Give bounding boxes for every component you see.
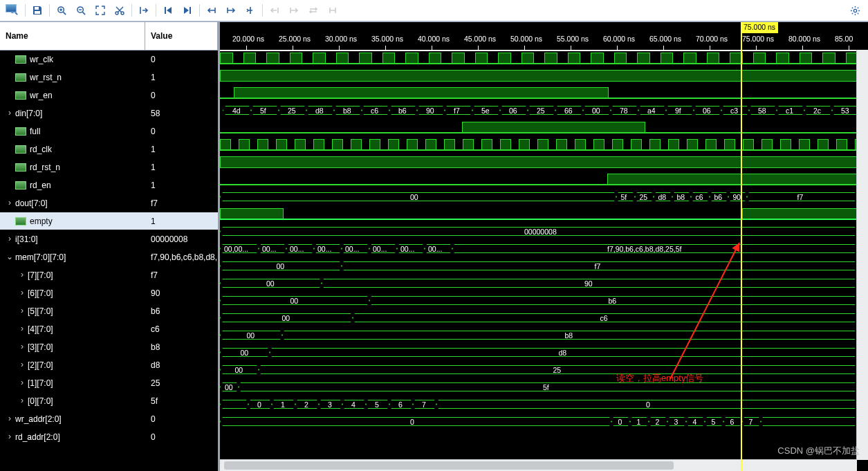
svg-point-15 bbox=[853, 9, 856, 12]
signal-value[interactable]: 5f bbox=[145, 392, 218, 410]
wave-row[interactable]: 012345670 bbox=[220, 396, 868, 413]
signal-value[interactable]: 58 bbox=[145, 104, 218, 122]
wave-row[interactable] bbox=[220, 154, 868, 171]
signal-value[interactable]: d8 bbox=[145, 356, 218, 374]
next-tran-icon[interactable] bbox=[285, 2, 303, 19]
signal-name-row[interactable]: full bbox=[0, 122, 145, 140]
wave-row[interactable]: 005f25d8b8c6b690f7 bbox=[220, 188, 868, 205]
signal-name: mem[7:0][7:0] bbox=[15, 252, 66, 262]
signal-name-row[interactable]: ›[6][7:0] bbox=[0, 284, 145, 302]
bus-value: 25 bbox=[537, 107, 545, 115]
signal-value[interactable]: 0 bbox=[145, 428, 218, 446]
next-edge-icon[interactable] bbox=[222, 2, 240, 19]
bus-value: 00... bbox=[317, 245, 331, 253]
signal-value[interactable]: 1 bbox=[145, 176, 218, 194]
signal-value[interactable]: f7 bbox=[145, 194, 218, 212]
signal-value[interactable]: 0 bbox=[145, 50, 218, 68]
wave-row[interactable]: 00,00...00...00...00...00...00...00...00… bbox=[220, 240, 868, 257]
signal-name-row[interactable]: ›dout[7:0] bbox=[0, 194, 145, 212]
cut-icon[interactable] bbox=[111, 2, 129, 19]
wave-row[interactable]: 00f7 bbox=[220, 257, 868, 275]
signal-name-row[interactable]: wr_en bbox=[0, 86, 145, 104]
waveform-viewer[interactable]: 20.000 ns25.000 ns30.000 ns35.000 ns40.0… bbox=[220, 22, 868, 471]
signal-name-row[interactable]: ›[2][7:0] bbox=[0, 356, 145, 374]
signal-name-row[interactable]: rd_rst_n bbox=[0, 158, 145, 176]
signal-name-row[interactable]: ›rd_addr[2:0] bbox=[0, 428, 145, 446]
signal-name-row[interactable]: ›[4][7:0] bbox=[0, 320, 145, 338]
signal-value[interactable]: 1 bbox=[145, 68, 218, 86]
go-first-icon[interactable] bbox=[159, 2, 177, 19]
marker-flag[interactable]: 75.000 ns bbox=[741, 22, 778, 33]
save-icon[interactable] bbox=[28, 2, 46, 19]
wave-row[interactable]: 00c6 bbox=[220, 309, 868, 326]
prev-tran-icon[interactable] bbox=[266, 2, 284, 19]
bus-value: 3 bbox=[674, 418, 678, 426]
signal-name-row[interactable]: ›[5][7:0] bbox=[0, 302, 145, 320]
add-marker-icon[interactable] bbox=[241, 2, 259, 19]
wave-row[interactable]: 00b8 bbox=[220, 326, 868, 344]
wave-row[interactable] bbox=[220, 84, 868, 102]
signal-value[interactable]: 1 bbox=[145, 140, 218, 158]
zoom-fit-icon[interactable] bbox=[91, 2, 109, 19]
tick-label: 60.000 ns bbox=[603, 35, 635, 43]
signal-value[interactable]: 0 bbox=[145, 122, 218, 140]
go-last-icon[interactable] bbox=[178, 2, 196, 19]
gear-icon[interactable] bbox=[846, 2, 864, 19]
signal-value[interactable]: 00000008 bbox=[145, 230, 218, 248]
wave-row[interactable] bbox=[220, 171, 868, 188]
signal-name-row[interactable]: ›din[7:0] bbox=[0, 104, 145, 122]
name-header[interactable]: Name bbox=[0, 22, 145, 50]
signal-name-row[interactable]: wr_rst_n bbox=[0, 68, 145, 86]
signal-value[interactable]: 1 bbox=[145, 212, 218, 230]
signal-value[interactable]: 0 bbox=[145, 86, 218, 104]
signal-name-row[interactable]: ›i[31:0] bbox=[0, 230, 145, 248]
signal-name-row[interactable]: rd_en bbox=[0, 176, 145, 194]
signal-name-row[interactable]: ⌄mem[7:0][7:0] bbox=[0, 248, 145, 266]
signal-value[interactable]: 1 bbox=[145, 158, 218, 176]
signal-value[interactable]: b6 bbox=[145, 302, 218, 320]
wave-row[interactable]: 001234567 bbox=[220, 413, 868, 430]
signal-value[interactable]: f7 bbox=[145, 266, 218, 284]
bit-icon bbox=[15, 145, 26, 154]
signal-name-row[interactable]: ›wr_addr[2:0] bbox=[0, 410, 145, 428]
signal-value[interactable]: 0 bbox=[145, 410, 218, 428]
horizontal-scrollbar[interactable] bbox=[220, 459, 857, 471]
signal-value[interactable]: 90 bbox=[145, 284, 218, 302]
signal-name-row[interactable]: empty bbox=[0, 212, 145, 230]
signal-name-row[interactable]: ›[0][7:0] bbox=[0, 392, 145, 410]
wave-row[interactable]: 0090 bbox=[220, 275, 868, 292]
signal-value[interactable]: f7,90,b6,c6,b8,d8, bbox=[145, 248, 218, 266]
wave-row[interactable]: 005f bbox=[220, 378, 868, 396]
wave-row[interactable]: 4d5f25d8b8c6b690f75e0625660078a49f06c358… bbox=[220, 102, 868, 119]
wave-row[interactable] bbox=[220, 136, 868, 154]
wave-row[interactable] bbox=[220, 50, 868, 67]
signal-name-row[interactable]: ›[3][7:0] bbox=[0, 338, 145, 356]
wave-row[interactable]: 0025 bbox=[220, 361, 868, 378]
wave-row[interactable] bbox=[220, 205, 868, 223]
value-header[interactable]: Value bbox=[145, 22, 218, 50]
signal-name-row[interactable]: ›[7][7:0] bbox=[0, 266, 145, 284]
bit-icon bbox=[15, 217, 26, 225]
wave-row[interactable]: 00000008 bbox=[220, 223, 868, 240]
vertical-scrollbar[interactable] bbox=[856, 50, 868, 460]
wave-row[interactable] bbox=[220, 67, 868, 84]
signal-name-row[interactable]: wr_clk bbox=[0, 50, 145, 68]
signal-value[interactable]: c6 bbox=[145, 320, 218, 338]
step-into-icon[interactable] bbox=[135, 2, 153, 19]
signal-value[interactable]: 25 bbox=[145, 374, 218, 392]
signal-name-row[interactable]: rd_clk bbox=[0, 140, 145, 158]
signal-name: [6][7:0] bbox=[28, 288, 53, 298]
wave-row[interactable] bbox=[220, 119, 868, 136]
signal-name-row[interactable]: ›[1][7:0] bbox=[0, 374, 145, 392]
zoom-in-icon[interactable] bbox=[53, 2, 71, 19]
link-icon[interactable] bbox=[324, 2, 342, 19]
swap-icon[interactable] bbox=[304, 2, 322, 19]
signal-value[interactable]: b8 bbox=[145, 338, 218, 356]
prev-edge-icon[interactable] bbox=[203, 2, 221, 19]
bus-value: 3 bbox=[328, 400, 332, 409]
wave-row[interactable]: 00b6 bbox=[220, 292, 868, 309]
scroll-thumb[interactable] bbox=[224, 461, 674, 470]
zoom-out-icon[interactable] bbox=[72, 2, 90, 19]
bus-value: 0 bbox=[257, 400, 261, 409]
wave-row[interactable]: 00d8 bbox=[220, 344, 868, 361]
